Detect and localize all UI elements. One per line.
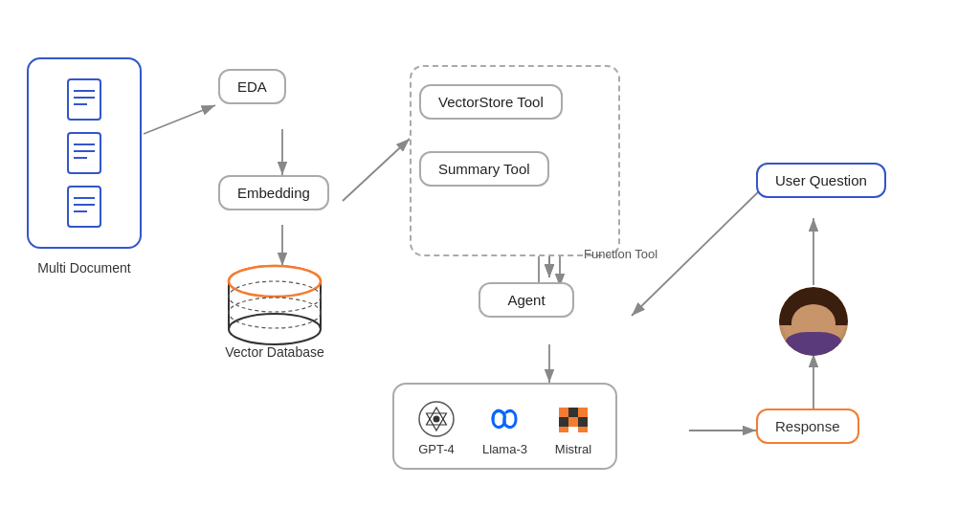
diagram: Multi Document EDA Embedding Vector Data… (0, 0, 980, 508)
svg-rect-16 (68, 79, 100, 120)
agent-box: Agent (479, 282, 574, 318)
gpt4-label: GPT-4 (418, 442, 455, 456)
svg-rect-42 (568, 417, 578, 427)
response-label: Response (775, 418, 840, 434)
mistral-icon (554, 400, 592, 438)
vector-database-node: Vector Database (222, 260, 327, 350)
svg-rect-24 (68, 187, 100, 227)
summary-tool-label: Summary Tool (438, 161, 530, 177)
multi-document-label: Multi Document (27, 260, 142, 276)
user-question-box: User Question (756, 163, 886, 198)
llm-box: GPT-4 Llama-3 (392, 383, 617, 470)
avatar-face (779, 287, 848, 356)
svg-rect-41 (559, 417, 568, 427)
document-icon-3 (66, 185, 102, 229)
svg-point-32 (229, 314, 321, 344)
gpt4-item: GPT-4 (417, 400, 456, 456)
mistral-item: Mistral (554, 400, 592, 456)
svg-line-5 (343, 139, 410, 201)
svg-rect-45 (578, 427, 588, 432)
svg-rect-40 (578, 408, 588, 417)
svg-rect-39 (568, 408, 578, 417)
agent-node: Agent (479, 282, 574, 318)
svg-line-2 (144, 105, 215, 134)
summary-tool-node: Summary Tool (419, 151, 549, 187)
avatar-body (786, 332, 841, 356)
vector-database-label: Vector Database (222, 344, 327, 360)
embedding-node: Embedding (218, 175, 329, 210)
embedding-label: Embedding (237, 185, 310, 201)
avatar (779, 287, 848, 356)
multi-document-box (27, 57, 142, 249)
user-question-node: User Question (756, 163, 886, 198)
vectorstore-tool-node: VectorStore Tool (419, 84, 563, 120)
document-icon-1 (66, 77, 102, 121)
eda-node: EDA (218, 69, 286, 104)
svg-rect-20 (68, 133, 100, 173)
function-tool-label: Function Tool (584, 247, 657, 261)
eda-label: EDA (237, 78, 267, 95)
gpt4-icon (417, 400, 456, 438)
user-question-label: User Question (775, 172, 867, 188)
vectorstore-tool-box: VectorStore Tool (419, 84, 563, 120)
svg-rect-38 (559, 408, 568, 417)
llama3-icon (485, 400, 523, 438)
document-icon-2 (66, 131, 102, 175)
svg-point-37 (434, 416, 440, 423)
summary-tool-box: Summary Tool (419, 151, 549, 187)
eda-box: EDA (218, 69, 286, 104)
vectorstore-tool-label: VectorStore Tool (438, 94, 544, 110)
svg-point-33 (229, 266, 321, 297)
response-node: Response (756, 409, 859, 444)
vector-database-icon (222, 260, 327, 346)
function-tool-node: Function Tool (584, 247, 657, 261)
llama3-item: Llama-3 (482, 400, 527, 456)
agent-label: Agent (507, 292, 545, 308)
svg-rect-43 (578, 417, 588, 427)
embedding-box: Embedding (218, 175, 329, 210)
response-box: Response (756, 409, 859, 444)
svg-rect-44 (559, 427, 568, 432)
llama3-label: Llama-3 (482, 442, 527, 456)
mistral-label: Mistral (555, 442, 591, 456)
llm-icons-row: GPT-4 Llama-3 (417, 400, 592, 456)
